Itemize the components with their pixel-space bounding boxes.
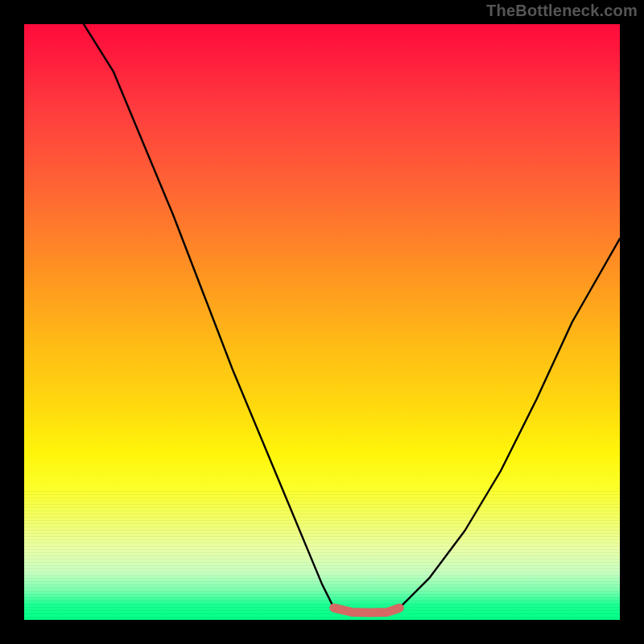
curve-svg [24, 24, 620, 620]
watermark-text: TheBottleneck.com [486, 2, 638, 20]
chart-stage: TheBottleneck.com [0, 0, 644, 644]
bottleneck-curve [84, 24, 620, 613]
plot-area [24, 24, 620, 620]
valley-marker [334, 608, 399, 613]
